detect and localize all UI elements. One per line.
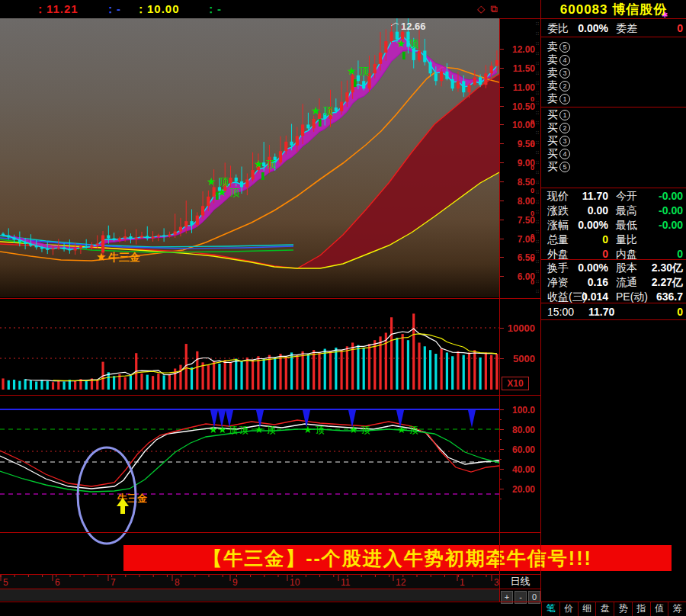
volume-bar: [235, 359, 237, 390]
volume-bar: [441, 349, 443, 390]
tab-盘[interactable]: 盘: [595, 602, 614, 616]
candle-body: [462, 81, 465, 92]
tab-笔[interactable]: 笔: [541, 602, 559, 616]
volume-bar: [163, 375, 165, 390]
volume-bar: [35, 381, 37, 390]
volume-bar: [368, 344, 370, 390]
sell-label: 卖5: [547, 40, 570, 53]
top-label: 顶: [315, 425, 325, 435]
sell-label: 卖1: [547, 92, 570, 105]
indicator-tick-label: 100.0: [512, 405, 535, 415]
candle-body: [85, 246, 88, 247]
candle-body: [79, 246, 82, 249]
stock-title[interactable]: 600083 博信股份: [541, 2, 686, 18]
divider: [499, 18, 500, 602]
strip-glyph: ∷: [536, 190, 539, 194]
tick-time: 15:00: [547, 305, 574, 319]
period-selector[interactable]: 日线: [500, 574, 540, 589]
top-star-icon: ★: [255, 424, 264, 435]
candle-body: [24, 242, 27, 243]
divider: [541, 107, 686, 107]
sell-row[interactable]: 卖2: [541, 79, 686, 92]
tick-price: 11.70: [588, 305, 614, 319]
candle-body: [118, 239, 121, 240]
trading-terminal: ：11.21：-：10.00：- ◇ ⧉ ✱ 12.66★顶★顶★顶★顶★顶★顶…: [0, 0, 686, 616]
volume-bar: [396, 338, 398, 390]
indicator-pane[interactable]: ★★★★★★顶顶顶顶顶顶牛三金: [0, 396, 499, 532]
info-value: 0: [602, 233, 608, 247]
last-tick-row: 15:0011.700: [541, 305, 686, 319]
candle-body: [235, 178, 238, 181]
volume-bar: [490, 355, 492, 390]
info-label: 总量: [547, 233, 569, 247]
info-label: 换手: [547, 261, 569, 275]
candle-body: [113, 239, 116, 240]
sell-row[interactable]: 卖3: [541, 66, 686, 79]
volume-bar: [207, 365, 210, 390]
candle-body: [379, 53, 382, 64]
candle-body: [313, 119, 316, 128]
weibi-label: 委比: [547, 21, 569, 36]
sell-row[interactable]: 卖5: [541, 40, 686, 53]
volume-bar: [152, 376, 154, 390]
buy-row[interactable]: 买3: [541, 134, 686, 147]
info-label: 净资: [547, 275, 569, 290]
tab-指[interactable]: 指: [632, 602, 650, 616]
top-label: 顶: [359, 66, 370, 77]
candlestick-chart[interactable]: 12.66★顶★顶★顶★顶★顶★顶★牛三金: [0, 18, 499, 297]
top-label: 顶: [323, 105, 334, 117]
top-star-icon: ★: [303, 424, 313, 435]
volume-bar: [252, 360, 254, 390]
buy-row[interactable]: 买2: [541, 121, 686, 134]
info-label: 今开: [616, 189, 637, 204]
info-row: 涨幅0.00%最低-0.00: [541, 218, 686, 233]
volume-bar: [40, 380, 43, 390]
candle-body: [423, 50, 426, 62]
weibi-value: 0.00%: [578, 21, 608, 36]
divider: [0, 589, 541, 589]
strip-glyph: ∷: [536, 140, 539, 145]
weicha-value: 0: [677, 21, 683, 36]
tab-筹[interactable]: 筹: [668, 602, 686, 616]
tab-价[interactable]: 价: [559, 602, 578, 616]
candle-body: [96, 243, 99, 245]
window-controls-icon[interactable]: ◇ ⧉: [477, 2, 499, 17]
strip-glyph: ∷: [536, 160, 539, 165]
k-white-line: [0, 424, 499, 489]
volume-bar: [457, 351, 459, 390]
candle-body: [2, 234, 5, 236]
status-value: ：10.00: [135, 0, 180, 18]
tick-volume: 0: [677, 305, 683, 319]
buy-row[interactable]: 买1: [541, 108, 686, 121]
info-label: 涨幅: [547, 218, 569, 233]
sell-row[interactable]: 卖4: [541, 53, 686, 66]
volume-bar: [52, 382, 54, 390]
volume-bar: [13, 380, 15, 390]
weicha-label: 委差: [616, 21, 637, 36]
tab-细[interactable]: 细: [578, 602, 596, 616]
candle-body: [135, 238, 138, 239]
signal-bar: [216, 192, 219, 200]
tab-势[interactable]: 势: [614, 602, 632, 616]
volume-bar: [418, 342, 420, 390]
volume-bar: [130, 375, 132, 390]
info-label: 最高: [616, 204, 637, 218]
volume-bar: [434, 354, 437, 390]
d-red-line: [0, 420, 499, 486]
volume-bar: [473, 350, 476, 390]
candle-body: [51, 249, 54, 249]
indicator-tick-label: 60.00: [512, 444, 535, 455]
horizontal-scrollbar[interactable]: [0, 589, 499, 601]
divider: [541, 319, 686, 320]
sell-row[interactable]: 卖1: [541, 92, 686, 105]
divider: [541, 259, 686, 260]
info-row: 现价11.70今开-0.00: [541, 189, 686, 204]
candle-body: [252, 170, 255, 179]
volume-bar: [196, 351, 198, 390]
buy-row[interactable]: 买5: [541, 160, 686, 173]
volume-pane[interactable]: [0, 298, 499, 395]
volume-axis: 100005000X10: [499, 298, 540, 395]
buy-row[interactable]: 买4: [541, 147, 686, 160]
strip-glyph: ∷: [536, 71, 539, 75]
tab-值[interactable]: 值: [650, 602, 668, 616]
